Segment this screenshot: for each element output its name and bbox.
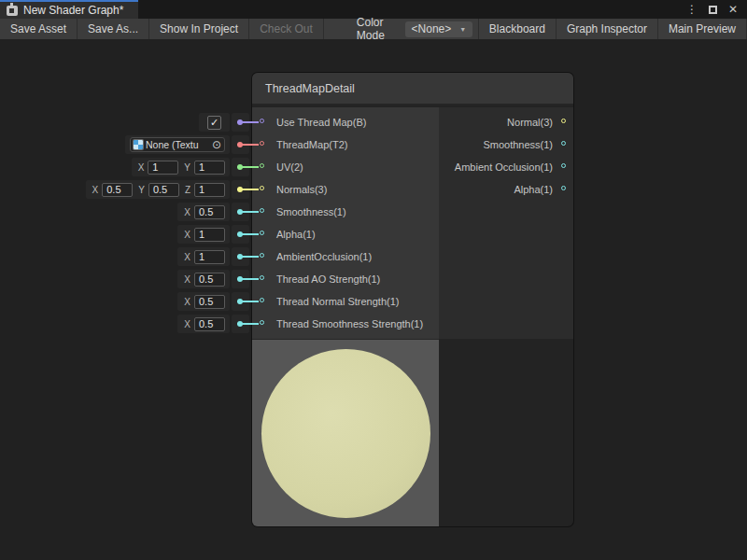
output-label: Smoothness(1): [483, 133, 553, 156]
input-label: Smoothness(1): [276, 201, 346, 223]
port-stub: [237, 278, 259, 280]
input-row: Thread Smoothness Strength(1): [252, 313, 439, 335]
color-mode-dropdown[interactable]: <None> ▼: [405, 21, 473, 37]
output-port[interactable]: [561, 119, 566, 123]
show-in-project-button[interactable]: Show In Project: [149, 19, 249, 39]
blackboard-button[interactable]: Blackboard: [479, 19, 557, 39]
widget-strip: ✓: [199, 113, 230, 132]
input-port[interactable]: [260, 163, 264, 168]
smoothness-x-field[interactable]: 0.5: [194, 205, 225, 219]
normals-x-field[interactable]: 0.5: [102, 183, 133, 197]
save-asset-button[interactable]: Save Asset: [0, 19, 78, 39]
uv-y-field[interactable]: 1: [194, 161, 225, 175]
input-row: UV(2): [252, 156, 439, 178]
input-port[interactable]: [260, 298, 264, 302]
node-input-column: Use Thread Map(B) ThreadMap(T2) UV(2) No…: [252, 107, 439, 339]
input-port[interactable]: [260, 141, 264, 146]
axis-label: Y: [138, 185, 145, 195]
input-row: AmbientOcclusion(1): [252, 245, 439, 268]
color-mode-value: <None>: [412, 22, 452, 35]
input-row: ThreadMap(T2): [252, 133, 439, 156]
axis-label: X: [92, 185, 99, 195]
tab-new-shader-graph[interactable]: New Shader Graph*: [0, 0, 138, 19]
widget-strip: X 1: [177, 247, 230, 266]
texture-icon: [134, 140, 143, 149]
input-port[interactable]: [260, 208, 264, 213]
main-preview-button[interactable]: Main Preview: [658, 19, 747, 39]
output-label: Alpha(1): [514, 178, 553, 201]
axis-label: X: [184, 230, 190, 240]
save-as-button[interactable]: Save As...: [78, 19, 149, 39]
threadmap-object-field[interactable]: None (Textu ⊙: [130, 137, 225, 152]
port-stub: [237, 121, 259, 123]
widget-strip: X 1 Y 1: [132, 158, 230, 176]
normals-y-field[interactable]: 0.5: [148, 183, 179, 197]
port-stub: [237, 233, 259, 235]
thread-ao-strength-x-field[interactable]: 0.5: [194, 273, 225, 287]
output-label: Ambient Occlusion(1): [455, 156, 553, 178]
graph-inspector-button[interactable]: Graph Inspector: [557, 19, 658, 39]
normals-z-field[interactable]: 1: [194, 183, 225, 197]
output-port[interactable]: [561, 163, 566, 168]
input-row: Use Thread Map(B): [252, 111, 439, 133]
node-output-column: Normal(3) Smoothness(1) Ambient Occlusio…: [439, 107, 573, 339]
input-row: Thread AO Strength(1): [252, 268, 439, 290]
tab-title: New Shader Graph*: [23, 4, 123, 17]
node-preview: [252, 339, 439, 526]
input-port[interactable]: [260, 275, 264, 280]
chevron-down-icon: ▼: [459, 26, 466, 33]
threadmapdetail-node[interactable]: ThreadMapDetail Use Thread Map(B) Thread…: [252, 73, 573, 526]
color-mode-label: Color Mode: [349, 19, 405, 39]
port-stub: [237, 166, 259, 168]
input-label: AmbientOcclusion(1): [276, 245, 372, 268]
output-port[interactable]: [561, 141, 566, 146]
input-port[interactable]: [260, 320, 264, 325]
port-stub: [237, 144, 259, 146]
normals-widget: X 0.5 Y 0.5 Z 1: [86, 180, 249, 199]
axis-label: Z: [185, 185, 190, 195]
maximize-icon[interactable]: [709, 6, 717, 14]
input-label: ThreadMap(T2): [276, 133, 347, 156]
ambient-occlusion-x-field[interactable]: 1: [194, 250, 225, 264]
port-stub: [237, 211, 259, 213]
input-port[interactable]: [260, 119, 264, 123]
axis-label: X: [184, 274, 190, 285]
output-row: Normal(3): [439, 111, 573, 133]
widget-strip: None (Textu ⊙: [125, 135, 230, 154]
widget-strip: X 0.5 Y 0.5 Z 1: [86, 180, 230, 199]
node-title[interactable]: ThreadMapDetail: [252, 73, 573, 105]
input-label: Use Thread Map(B): [276, 111, 366, 133]
preview-sphere: [261, 349, 430, 518]
widget-strip: X 1: [177, 225, 230, 244]
window-controls: ⋮ ✕: [686, 0, 747, 19]
input-row: Smoothness(1): [252, 201, 439, 223]
input-label: Thread Normal Strength(1): [276, 290, 399, 313]
port-stub: [237, 189, 259, 190]
input-row: Normals(3): [252, 178, 439, 201]
axis-label: X: [184, 319, 190, 329]
check-out-button: Check Out: [249, 19, 324, 39]
more-icon[interactable]: ⋮: [686, 4, 698, 15]
output-label: Normal(3): [507, 111, 553, 133]
port-stub: [237, 323, 259, 325]
widget-strip: X 0.5: [177, 203, 230, 221]
input-port[interactable]: [260, 231, 264, 235]
thread-normal-strength-x-field[interactable]: 0.5: [194, 295, 225, 309]
input-label: Alpha(1): [276, 223, 316, 245]
output-port[interactable]: [561, 186, 566, 190]
use-thread-map-checkbox[interactable]: ✓: [207, 116, 221, 130]
object-picker-icon[interactable]: ⊙: [212, 139, 221, 150]
toolbar: Save Asset Save As... Show In Project Ch…: [0, 19, 747, 39]
shader-graph-icon: [7, 6, 18, 16]
input-port[interactable]: [260, 253, 264, 258]
input-label: Thread Smoothness Strength(1): [276, 313, 423, 335]
thread-smoothness-strength-x-field[interactable]: 0.5: [194, 317, 225, 331]
uv-widget: X 1 Y 1: [132, 158, 249, 176]
uv-x-field[interactable]: 1: [148, 161, 178, 175]
alpha-x-field[interactable]: 1: [194, 228, 225, 242]
axis-label: Y: [184, 162, 190, 173]
axis-label: X: [184, 252, 190, 262]
output-row: Ambient Occlusion(1): [439, 156, 573, 178]
input-port[interactable]: [260, 186, 264, 190]
close-icon[interactable]: ✕: [728, 4, 738, 15]
